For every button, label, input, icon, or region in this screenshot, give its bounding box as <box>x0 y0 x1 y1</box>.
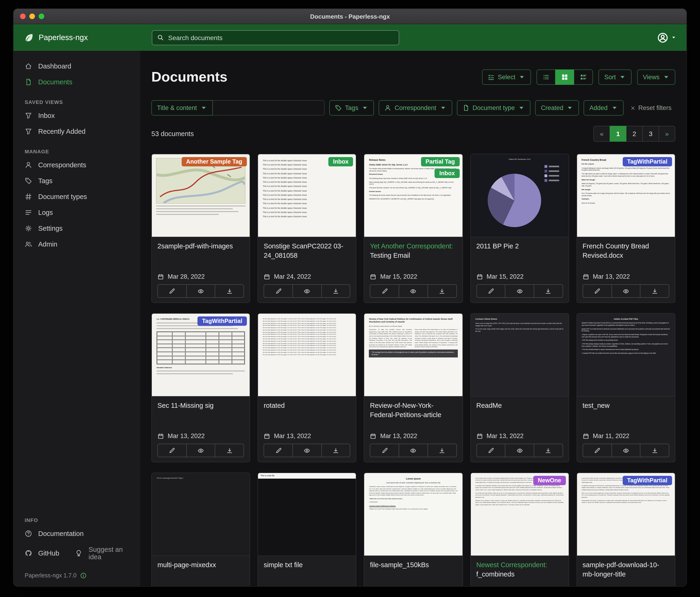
info-icon[interactable] <box>80 572 86 579</box>
edit-button[interactable] <box>476 444 505 457</box>
document-thumbnail[interactable]: Lorem ipsum dolor sit amet, consectetur … <box>471 473 569 556</box>
edit-button[interactable] <box>157 444 186 457</box>
document-thumbnail[interactable]: Adobe Acrobat PDF FilesAdobe® Portable D… <box>577 314 675 397</box>
tag-badge[interactable]: Inbox <box>328 157 353 166</box>
sidebar-item-admin[interactable]: Admin <box>14 236 140 252</box>
document-thumbnail[interactable]: This is a multi page document. Page 1. <box>152 473 250 556</box>
pagination-prev[interactable]: « <box>593 126 610 142</box>
download-button[interactable] <box>534 284 563 298</box>
document-card[interactable]: Contact Sheet DemoGiven a set of image f… <box>470 313 569 462</box>
document-card[interactable]: Lorem ipsumLorem ipsum dolor sit amet, c… <box>364 473 463 586</box>
edit-button[interactable] <box>157 284 186 298</box>
reset-filters-button[interactable]: Reset filters <box>630 104 672 111</box>
document-title[interactable]: Sonstige ScanPC2022 03-24_081058 <box>264 242 350 260</box>
tag-badge[interactable]: TagWithPartial <box>197 316 247 326</box>
download-button[interactable] <box>428 284 457 298</box>
document-title[interactable]: simple txt file <box>264 560 350 570</box>
document-thumbnail[interactable]: Another Sample Tag <box>152 154 250 237</box>
download-button[interactable] <box>215 284 244 298</box>
views-button[interactable]: Views <box>637 69 675 85</box>
view-button[interactable] <box>611 284 641 298</box>
document-title[interactable]: ReadMe <box>476 401 563 410</box>
document-card[interactable]: Adobe Acrobat PDF FilesAdobe® Portable D… <box>577 313 675 462</box>
correspondent-filter-button[interactable]: Correspondent <box>379 100 452 116</box>
view-button[interactable] <box>186 444 215 457</box>
pagination-page-1[interactable]: 1 <box>610 126 626 142</box>
document-thumbnail[interactable]: This is a test for the double space char… <box>258 154 356 237</box>
pagination-page-3[interactable]: 3 <box>642 126 659 142</box>
view-button[interactable] <box>611 444 641 457</box>
tag-badge[interactable]: TagWithPartial <box>622 476 672 485</box>
view-button[interactable] <box>505 444 534 457</box>
tag-badge[interactable]: Another Sample Tag <box>181 157 247 166</box>
document-title[interactable]: Newest Correspondent: f_combineds <box>476 560 563 579</box>
download-button[interactable] <box>428 444 457 457</box>
tag-badge[interactable]: Partial Tag <box>421 157 459 166</box>
document-title[interactable]: Sec 11-Missing sig <box>157 401 244 410</box>
document-thumbnail[interactable]: This is a test file. <box>258 473 356 556</box>
tag-badge[interactable]: Inbox <box>435 169 460 178</box>
sidebar-item-github[interactable]: GitHub <box>14 545 64 561</box>
download-button[interactable] <box>215 444 244 457</box>
tags-filter-button[interactable]: Tags <box>329 100 374 116</box>
document-title[interactable]: Review-of-New-York-Federal-Petitions-art… <box>370 401 457 420</box>
edit-button[interactable] <box>476 284 505 298</box>
sidebar-item-correspondents[interactable]: Correspondents <box>14 157 140 173</box>
sidebar-item-tags[interactable]: Tags <box>14 173 140 189</box>
document-title[interactable]: multi-page-mixedxx <box>157 560 244 570</box>
document-thumbnail[interactable]: Review of New York Federal Petitions for… <box>365 314 462 397</box>
document-card[interactable]: Patient BP Distribution 20112011 BP Pie … <box>470 154 569 303</box>
sidebar-item-document-types[interactable]: Document types <box>14 189 140 205</box>
document-card[interactable]: This is a test file.simple txt file <box>257 473 356 586</box>
document-title[interactable]: test_new <box>583 401 669 410</box>
brand[interactable]: Paperless-ngx <box>24 32 152 43</box>
sidebar-item-documents[interactable]: Documents <box>14 74 140 90</box>
download-button[interactable] <box>640 444 669 457</box>
view-button[interactable] <box>399 444 428 457</box>
document-title[interactable]: 2sample-pdf-with-images <box>157 242 244 251</box>
document-thumbnail[interactable]: Contact Sheet DemoGiven a set of image f… <box>471 314 569 397</box>
view-detail-button[interactable] <box>574 69 593 85</box>
sidebar-item-settings[interactable]: Settings <box>14 220 140 236</box>
document-title[interactable]: sample-pdf-download-10-mb-longer-title <box>583 560 669 579</box>
search-input[interactable] <box>168 34 394 41</box>
document-title[interactable]: Yet Another Correspondent: Testing Email <box>370 242 457 260</box>
sidebar-item-logs[interactable]: Logs <box>14 205 140 220</box>
sidebar-item-documentation[interactable]: Documentation <box>14 526 140 542</box>
zoom-window-button[interactable] <box>39 14 44 19</box>
view-grid-button[interactable] <box>555 69 574 85</box>
document-title[interactable]: rotated <box>264 401 350 410</box>
user-menu[interactable] <box>657 32 676 43</box>
sidebar-item-dashboard[interactable]: Dashboard <box>14 58 140 74</box>
pagination-next[interactable]: » <box>658 126 675 142</box>
view-list-button[interactable] <box>537 69 556 85</box>
view-button[interactable] <box>186 284 215 298</box>
title-content-filter-button[interactable]: Title & content <box>151 100 213 116</box>
title-content-filter-input[interactable] <box>213 100 325 116</box>
document-card[interactable]: This is a multi page document. Page 1.mu… <box>151 473 250 586</box>
document-card[interactable]: Another Sample Tag2sample-pdf-with-image… <box>151 154 250 303</box>
edit-button[interactable] <box>583 444 612 457</box>
global-search[interactable] <box>152 30 399 45</box>
document-thumbnail[interactable]: Patient BP Distribution 2011 <box>471 154 569 237</box>
download-button[interactable] <box>321 284 350 298</box>
document-card[interactable]: Release NotesSimba ODBC Driver for SQL S… <box>364 154 463 303</box>
edit-button[interactable] <box>264 284 293 298</box>
pagination-page-2[interactable]: 2 <box>626 126 643 142</box>
document-card[interactable]: French Country BreadFor the Leaven:1 hea… <box>577 154 675 303</box>
view-button[interactable] <box>293 284 322 298</box>
document-title[interactable]: French Country Bread Revised.docx <box>583 242 669 260</box>
sort-button[interactable]: Sort <box>599 69 632 85</box>
download-button[interactable] <box>640 284 669 298</box>
sidebar-item-recently-added[interactable]: Recently Added <box>14 123 140 139</box>
view-button[interactable] <box>293 444 322 457</box>
select-button[interactable]: Select <box>482 69 531 85</box>
document-thumbnail[interactable]: French Country BreadFor the Leaven:1 hea… <box>577 154 675 237</box>
sidebar-item-suggest-idea[interactable]: Suggest an idea <box>64 542 140 565</box>
document-thumbnail[interactable]: the text that appears on the first page.… <box>258 314 356 397</box>
sidebar-item-inbox[interactable]: Inbox <box>14 108 140 123</box>
download-button[interactable] <box>321 444 350 457</box>
document-thumbnail[interactable]: 1.1. CONTINUING MEDICAL EDUCAAttestation… <box>152 314 250 397</box>
edit-button[interactable] <box>370 284 399 298</box>
document-card[interactable]: Lorem ipsum dolor sit amet, consectetur … <box>470 473 569 586</box>
